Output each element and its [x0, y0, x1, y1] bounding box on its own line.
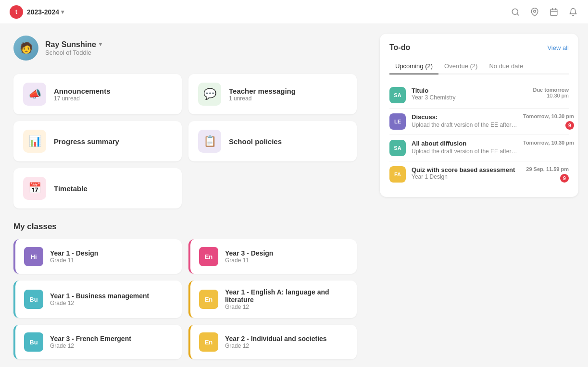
todo-item-quiz[interactable]: FA Quiz with score based assessment Year… [389, 161, 569, 187]
class-info: Year 1 - English A: language and literat… [225, 288, 348, 310]
class-name: Year 1 - English A: language and literat… [225, 288, 348, 304]
profile-info: Ray Sunshine ▾ School of Toddle [45, 40, 102, 56]
school-name: School of Toddle [45, 49, 102, 56]
todo-item-desc: Upload the draft version of the EE after… [412, 148, 517, 155]
progress-card[interactable]: 📊 Progress summary [13, 121, 182, 161]
policies-icon: 📋 [198, 130, 221, 153]
class-info: Year 1 - Business management Grade 12 [50, 292, 149, 306]
chevron-down-icon: ▾ [99, 41, 102, 48]
location-icon[interactable] [529, 7, 540, 17]
policies-info: School policies [229, 137, 282, 146]
class-avatar: Hi [24, 247, 43, 266]
svg-line-1 [517, 13, 518, 15]
timetable-icon: 📅 [23, 177, 46, 200]
class-avatar: En [199, 247, 218, 266]
tab-upcoming[interactable]: Upcoming (2) [389, 59, 438, 74]
todo-badge: LE [389, 113, 406, 130]
messaging-icon: 💬 [198, 83, 221, 106]
class-card-french[interactable]: Bu Year 3 - French Emergent Grade 12 [13, 325, 182, 359]
class-name: Year 3 - Design [225, 249, 273, 257]
todo-badge: SA [389, 87, 406, 103]
todo-item-title: Discuss: [412, 113, 517, 121]
topnav-icons [510, 7, 578, 17]
announcements-card[interactable]: 📣 Announcements 17 unread [13, 74, 182, 114]
class-avatar: En [199, 290, 218, 309]
class-info: Year 2 - Individual and societies Grade … [225, 335, 327, 349]
class-info: Year 3 - French Emergent Grade 12 [50, 335, 131, 349]
my-classes-section: My classes Hi Year 1 - Design Grade 11 E… [13, 222, 357, 359]
todo-panel: To-do View all Upcoming (2) Overdue (2) … [380, 34, 578, 197]
progress-info: Progress summary [54, 137, 119, 146]
topnav-left: t 2023-2024 ▾ [10, 5, 64, 19]
todo-content: Titulo Year 3 Chemistry [412, 87, 527, 101]
svg-rect-3 [550, 9, 557, 16]
class-grade: Grade 12 [225, 304, 348, 310]
todo-content: All about diffusion Upload the draft ver… [412, 140, 517, 155]
avatar: 🧑 [13, 36, 38, 61]
timetable-card[interactable]: 📅 Timetable [13, 168, 182, 208]
class-grade: Grade 11 [225, 257, 273, 264]
messaging-title: Teacher messaging [229, 87, 296, 95]
policies-card[interactable]: 📋 School policies [188, 121, 357, 161]
right-panel: To-do View all Upcoming (2) Overdue (2) … [370, 24, 588, 367]
profile-section: 🧑 Ray Sunshine ▾ School of Toddle [13, 36, 357, 61]
classes-grid: Hi Year 1 - Design Grade 11 En Year 3 - … [13, 239, 357, 359]
class-card-english[interactable]: En Year 1 - English A: language and lite… [188, 281, 357, 318]
app-logo[interactable]: t [10, 5, 23, 19]
todo-badge: SA [389, 140, 406, 156]
class-card-design-3[interactable]: En Year 3 - Design Grade 11 [188, 239, 357, 274]
profile-name[interactable]: Ray Sunshine ▾ [45, 40, 102, 49]
todo-item-diffusion[interactable]: SA All about diffusion Upload the draft … [389, 135, 569, 161]
class-avatar: Bu [24, 290, 43, 309]
announcements-title: Announcements [54, 87, 111, 95]
notification-badge: 9 [560, 174, 569, 183]
todo-due: Tomorrow, 10.30 pm 9 [523, 113, 574, 130]
todo-item-discuss[interactable]: LE Discuss: Upload the draft version of … [389, 109, 569, 135]
progress-icon: 📊 [23, 130, 46, 153]
todo-tabs: Upcoming (2) Overdue (2) No due date [389, 59, 569, 74]
class-avatar: En [199, 332, 218, 352]
notification-icon[interactable] [568, 7, 578, 17]
search-icon[interactable] [510, 7, 521, 17]
class-card-societies[interactable]: En Year 2 - Individual and societies Gra… [188, 325, 357, 359]
svg-point-2 [534, 10, 536, 12]
todo-item-title: Titulo [412, 87, 527, 94]
class-grade: Grade 12 [50, 343, 131, 349]
todo-header: To-do View all [389, 43, 569, 52]
year-selector[interactable]: 2023-2024 ▾ [27, 8, 64, 16]
calendar-icon[interactable] [549, 7, 559, 17]
todo-content: Quiz with score based assessment Year 1 … [412, 166, 520, 180]
progress-title: Progress summary [54, 137, 119, 146]
class-avatar: Bu [24, 332, 43, 352]
tab-overdue[interactable]: Overdue (2) [438, 59, 483, 74]
class-card-design-1[interactable]: Hi Year 1 - Design Grade 11 [13, 239, 182, 274]
class-info: Year 1 - Design Grade 11 [50, 249, 98, 264]
todo-due: 29 Sep, 11.59 pm 9 [526, 166, 569, 183]
notification-badge: 9 [565, 121, 574, 130]
announcements-icon: 📣 [23, 83, 46, 106]
todo-item-title: All about diffusion [412, 140, 517, 147]
messaging-info: Teacher messaging 1 unread [229, 87, 296, 102]
todo-item-titulo[interactable]: SA Titulo Year 3 Chemistry Due tomorrow … [389, 82, 569, 109]
tab-no-due-date[interactable]: No due date [483, 59, 529, 74]
todo-title: To-do [389, 43, 410, 52]
class-grade: Grade 12 [50, 300, 149, 306]
todo-item-sub: Year 1 Design [412, 173, 520, 180]
class-name: Year 1 - Design [50, 249, 98, 257]
messaging-card[interactable]: 💬 Teacher messaging 1 unread [188, 74, 357, 114]
view-all-button[interactable]: View all [547, 44, 569, 51]
left-panel: 🧑 Ray Sunshine ▾ School of Toddle 📣 Anno… [0, 24, 370, 367]
todo-due: Tomorrow, 10.30 pm [523, 140, 574, 146]
announcements-info: Announcements 17 unread [54, 87, 111, 102]
class-card-business[interactable]: Bu Year 1 - Business management Grade 12 [13, 281, 182, 318]
class-name: Year 2 - Individual and societies [225, 335, 327, 343]
todo-item-desc: Upload the draft version of the EE after… [412, 122, 517, 128]
policies-title: School policies [229, 137, 282, 146]
todo-item-title: Quiz with score based assessment [412, 166, 520, 173]
class-name: Year 1 - Business management [50, 292, 149, 300]
my-classes-title: My classes [13, 222, 357, 232]
main-layout: 🧑 Ray Sunshine ▾ School of Toddle 📣 Anno… [0, 24, 588, 367]
chevron-down-icon: ▾ [61, 9, 64, 15]
class-grade: Grade 11 [50, 257, 98, 264]
top-navigation: t 2023-2024 ▾ [0, 0, 588, 24]
